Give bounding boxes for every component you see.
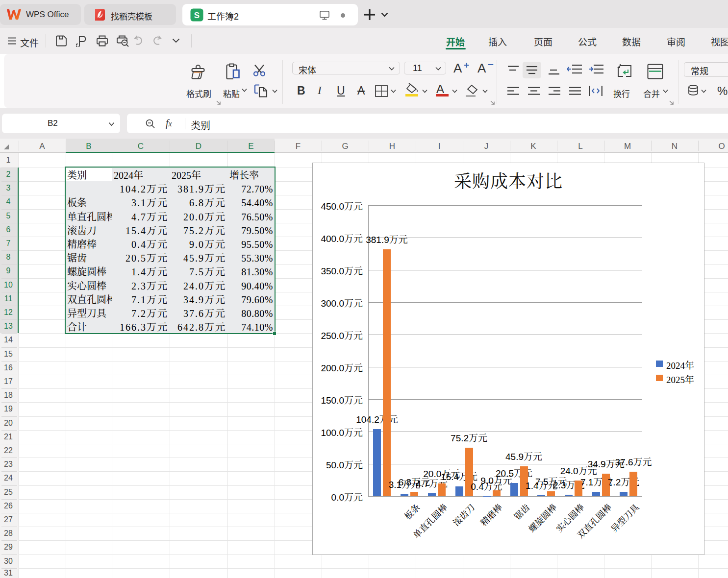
svg-text:S: S bbox=[194, 11, 200, 20]
